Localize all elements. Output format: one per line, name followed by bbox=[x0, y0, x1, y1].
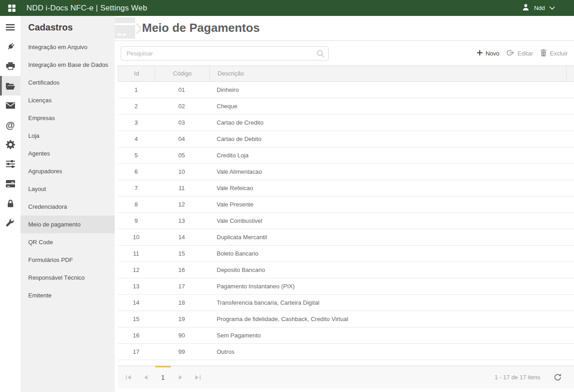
chevron-down-icon bbox=[549, 5, 555, 11]
cell-codigo: 10 bbox=[154, 168, 209, 175]
table-row[interactable]: 3 03 Cartao de Credito bbox=[118, 115, 574, 131]
icon-sidebar: @ bbox=[0, 16, 20, 392]
envelope-icon[interactable] bbox=[0, 95, 20, 115]
pager-right: 1 - 17 de 17 itens bbox=[495, 373, 562, 381]
cell-descricao: Vale Presente bbox=[209, 201, 574, 208]
sidebar-menu-item[interactable]: Emitente bbox=[20, 286, 115, 304]
column-header-descricao[interactable]: Descrição bbox=[209, 66, 566, 81]
printer-icon[interactable] bbox=[0, 56, 20, 76]
sidebar-panel: Cadastros Integração em ArquivoIntegraçã… bbox=[20, 16, 115, 392]
sidebar-menu-item[interactable]: Formulários PDF bbox=[20, 251, 115, 269]
sidebar-menu-item[interactable]: Integração em Arquivo bbox=[20, 38, 115, 56]
user-menu[interactable]: Ndd bbox=[522, 4, 555, 12]
sidebar-menu-item[interactable]: Integração em Base de Dados bbox=[20, 56, 115, 74]
gear-icon[interactable] bbox=[0, 135, 20, 154]
column-header-id[interactable]: Id bbox=[118, 66, 155, 81]
sidebar-menu-item[interactable]: Agentes bbox=[20, 145, 115, 162]
pager-nav: 1 bbox=[120, 374, 206, 381]
excluir-button[interactable]: Excluir bbox=[540, 49, 568, 58]
sidebar-menu-item[interactable]: Agrupadores bbox=[20, 162, 115, 180]
sidebar-menu-item[interactable]: Credenciadora bbox=[20, 198, 115, 216]
sidebar-item-label: Agrupadores bbox=[28, 168, 62, 175]
sidebar-item-label: Licenças bbox=[28, 97, 51, 104]
cell-codigo: 13 bbox=[154, 217, 209, 224]
at-sign-icon[interactable]: @ bbox=[0, 115, 20, 135]
table-row[interactable]: 13 17 Pagamento Instantaneo (PIX) bbox=[118, 278, 574, 295]
app-window: NDD i-Docs NFC-e | Settings Web Ndd bbox=[0, 0, 574, 392]
cell-id: 9 bbox=[118, 217, 154, 224]
cell-codigo: 15 bbox=[154, 250, 209, 257]
cell-id: 11 bbox=[118, 250, 154, 257]
sidebar-menu-item[interactable]: Empresas bbox=[20, 109, 115, 127]
table-row[interactable]: 11 15 Boleto Bancario bbox=[118, 246, 574, 262]
table-body: 1 01 Dinheiro 2 02 Cheque 3 03 Cartao de… bbox=[118, 82, 574, 360]
sidebar-menu-item[interactable]: Meio de pagamento bbox=[20, 216, 115, 233]
cell-id: 7 bbox=[118, 185, 154, 191]
table-row[interactable]: 7 11 Vale Refeicao bbox=[118, 180, 574, 196]
sidebar-item-label: Integração em Base de Dados bbox=[28, 61, 108, 68]
column-header-filler bbox=[566, 66, 574, 81]
folder-open-icon[interactable] bbox=[0, 76, 20, 95]
cell-id: 6 bbox=[118, 168, 154, 175]
sidebar-item-label: QR Code bbox=[28, 239, 53, 246]
cell-id: 2 bbox=[118, 103, 154, 110]
sidebar-item-label: Agentes bbox=[28, 150, 50, 157]
app-logo-icon[interactable] bbox=[8, 5, 15, 12]
prev-page-button[interactable] bbox=[137, 375, 154, 380]
user-icon bbox=[522, 4, 529, 12]
pager: 1 1 - 17 de 17 itens bbox=[118, 366, 574, 388]
cell-descricao: Vale Alimentacao bbox=[209, 168, 574, 175]
cell-codigo: 16 bbox=[154, 266, 209, 273]
table-row[interactable]: 16 90 Sem Pagamento bbox=[118, 327, 574, 344]
cell-descricao: Pagamento Instantaneo (PIX) bbox=[209, 283, 574, 290]
toolbar: Novo Editar bbox=[115, 41, 574, 65]
sidebar-menu-item[interactable]: Licenças bbox=[20, 91, 115, 109]
table-row[interactable]: 4 04 Cartao de Debito bbox=[118, 131, 574, 147]
pager-info: 1 - 17 de 17 itens bbox=[495, 374, 540, 381]
table-row[interactable]: 5 05 Credito Loja bbox=[118, 147, 574, 164]
table-row[interactable]: 10 14 Duplicata Mercantil bbox=[118, 229, 574, 246]
main-content: Meio de Pagamentos bbox=[115, 16, 574, 392]
refresh-icon[interactable] bbox=[554, 373, 562, 381]
server-icon[interactable] bbox=[0, 174, 20, 193]
table-row[interactable]: 15 19 Programa de fidelidade, Cashback, … bbox=[118, 311, 574, 327]
table-row[interactable]: 2 02 Cheque bbox=[118, 98, 574, 115]
toolbar-actions: Novo Editar bbox=[477, 49, 568, 58]
current-page-button[interactable]: 1 bbox=[154, 374, 172, 381]
table-row[interactable]: 1 01 Dinheiro bbox=[118, 82, 574, 98]
sliders-icon[interactable] bbox=[0, 154, 20, 174]
first-page-button[interactable] bbox=[120, 375, 137, 380]
cell-id: 5 bbox=[118, 152, 154, 159]
table-row[interactable]: 6 10 Vale Alimentacao bbox=[118, 164, 574, 180]
editar-button[interactable]: Editar bbox=[507, 50, 533, 57]
search-icon[interactable] bbox=[316, 50, 325, 59]
sidebar-menu-item[interactable]: Loja bbox=[20, 127, 115, 145]
sidebar-menu-item[interactable]: Layout bbox=[20, 180, 115, 198]
sidebar-menu-item[interactable]: Certificados bbox=[20, 74, 115, 91]
cell-descricao: Outros bbox=[209, 348, 574, 355]
menu-icon[interactable] bbox=[0, 17, 20, 37]
page-header: Meio de Pagamentos bbox=[115, 16, 574, 41]
novo-button[interactable]: Novo bbox=[477, 50, 499, 57]
cell-id: 1 bbox=[118, 86, 154, 93]
lock-icon[interactable] bbox=[0, 193, 20, 213]
next-page-button[interactable] bbox=[172, 375, 189, 380]
last-page-button[interactable] bbox=[189, 375, 206, 380]
plug-icon[interactable] bbox=[0, 37, 20, 56]
table-row[interactable]: 17 99 Outros bbox=[118, 344, 574, 360]
table-row[interactable]: 14 18 Transferencia bancaria, Carteira D… bbox=[118, 295, 574, 311]
cell-descricao: Vale Combustivel bbox=[209, 217, 574, 224]
cell-descricao: Programa de fidelidade, Cashback, Credit… bbox=[209, 316, 574, 322]
wrench-icon[interactable] bbox=[0, 213, 20, 232]
cell-id: 16 bbox=[118, 332, 154, 339]
cell-id: 17 bbox=[118, 348, 154, 355]
sidebar-item-label: Empresas bbox=[28, 115, 55, 121]
sidebar-menu: Integração em ArquivoIntegração em Base … bbox=[20, 38, 115, 304]
table-row[interactable]: 12 16 Deposito Bancario bbox=[118, 262, 574, 278]
sidebar-menu-item[interactable]: QR Code bbox=[20, 233, 115, 251]
column-header-codigo[interactable]: Código bbox=[155, 66, 209, 81]
table-row[interactable]: 9 13 Vale Combustivel bbox=[118, 213, 574, 229]
search-input[interactable] bbox=[121, 46, 329, 60]
table-row[interactable]: 8 12 Vale Presente bbox=[118, 196, 574, 213]
sidebar-menu-item[interactable]: Responsável Técnico bbox=[20, 269, 115, 286]
